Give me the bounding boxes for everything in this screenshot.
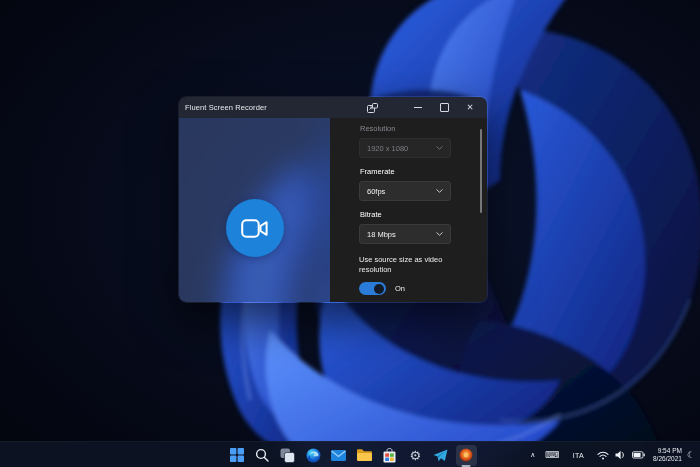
taskbar-item-task-view[interactable] xyxy=(275,442,301,467)
taskbar: ⚙ xyxy=(0,441,700,467)
minimize-icon xyxy=(414,107,422,108)
taskbar-item-search[interactable] xyxy=(250,442,276,467)
battery-icon xyxy=(632,451,645,459)
chevron-down-icon xyxy=(436,189,443,193)
taskbar-item-mail[interactable] xyxy=(326,442,352,467)
close-button[interactable]: ✕ xyxy=(457,97,483,118)
source-size-toggle-row: On xyxy=(359,282,487,295)
maximize-button[interactable] xyxy=(431,97,457,118)
taskbar-center-icons: ⚙ xyxy=(224,442,479,467)
fluent-screen-recorder-window: Fluent Screen Recorder ✕ xyxy=(178,96,488,303)
focus-assist-moon-icon[interactable]: ☾ xyxy=(687,451,695,460)
bitrate-value: 18 Mbps xyxy=(367,230,396,239)
close-icon: ✕ xyxy=(466,103,473,112)
chevron-down-icon xyxy=(436,146,443,150)
volume-icon xyxy=(615,450,626,460)
toggle-state-label: On xyxy=(395,284,405,293)
framerate-label: Framerate xyxy=(360,167,487,176)
window-titlebar[interactable]: Fluent Screen Recorder ✕ xyxy=(179,97,487,118)
system-tray: ∧ ⌨ ITA 9:54 PM xyxy=(530,442,700,467)
compact-overlay-icon xyxy=(367,103,378,113)
settings-scrollbar[interactable] xyxy=(480,129,482,213)
preview-panel xyxy=(179,118,330,303)
quick-settings[interactable] xyxy=(597,450,645,460)
taskbar-item-telegram[interactable] xyxy=(428,442,454,467)
video-camera-icon xyxy=(241,219,268,238)
edge-browser-icon xyxy=(306,448,321,463)
taskbar-item-microsoft-store[interactable] xyxy=(377,442,403,467)
clock-time: 9:54 PM xyxy=(653,447,682,455)
bitrate-label: Bitrate xyxy=(360,210,487,219)
resolution-value: 1920 x 1080 xyxy=(367,144,408,153)
taskbar-item-settings[interactable]: ⚙ xyxy=(403,442,429,467)
running-app-indicator xyxy=(462,465,471,467)
window-body: Resolution 1920 x 1080 Framerate 60fps B… xyxy=(179,118,487,303)
record-button[interactable] xyxy=(226,199,284,257)
fluent-screen-recorder-icon xyxy=(459,448,473,462)
window-title: Fluent Screen Recorder xyxy=(185,103,359,112)
mail-icon xyxy=(331,450,346,461)
wifi-icon xyxy=(597,451,609,460)
taskbar-item-start[interactable] xyxy=(224,442,250,467)
touch-keyboard-icon[interactable]: ⌨ xyxy=(545,450,559,460)
taskbar-item-file-explorer[interactable] xyxy=(352,442,378,467)
source-size-label: Use source size as video resolution xyxy=(359,255,471,275)
settings-panel: Resolution 1920 x 1080 Framerate 60fps B… xyxy=(330,118,487,303)
maximize-icon xyxy=(440,103,449,112)
resolution-dropdown[interactable]: 1920 x 1080 xyxy=(359,138,451,158)
windows-start-icon xyxy=(230,448,244,462)
taskbar-item-edge[interactable] xyxy=(301,442,327,467)
bitrate-dropdown[interactable]: 18 Mbps xyxy=(359,224,451,244)
resolution-label: Resolution xyxy=(360,124,487,133)
task-view-icon xyxy=(280,448,295,463)
microsoft-store-icon xyxy=(383,448,396,463)
compact-overlay-button[interactable] xyxy=(359,97,385,118)
file-explorer-icon xyxy=(357,449,372,461)
settings-gear-icon: ⚙ xyxy=(409,449,421,462)
search-icon xyxy=(255,448,269,462)
desktop: Fluent Screen Recorder ✕ xyxy=(0,0,700,467)
framerate-dropdown[interactable]: 60fps xyxy=(359,181,451,201)
hidden-icons-chevron[interactable]: ∧ xyxy=(530,451,535,459)
minimize-button[interactable] xyxy=(405,97,431,118)
source-size-toggle[interactable] xyxy=(359,282,386,295)
clock-date: 8/26/2021 xyxy=(653,455,682,463)
chevron-down-icon xyxy=(436,232,443,236)
language-indicator[interactable]: ITA xyxy=(573,452,584,459)
taskbar-clock[interactable]: 9:54 PM 8/26/2021 xyxy=(653,447,682,463)
framerate-value: 60fps xyxy=(367,187,385,196)
taskbar-item-fluent-screen-recorder-active[interactable] xyxy=(454,442,480,467)
telegram-icon xyxy=(433,449,448,462)
active-app-highlight xyxy=(456,445,477,466)
toggle-knob xyxy=(374,284,384,294)
